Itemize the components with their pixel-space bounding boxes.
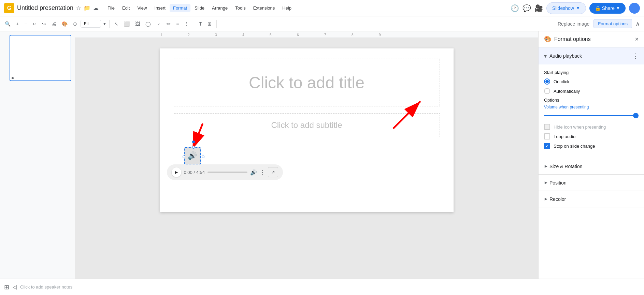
size-rotation-title: Size & Rotation <box>549 164 639 169</box>
print-button[interactable]: 🖨 <box>49 20 58 28</box>
audio-playback-body: Start playing On click Automatically Opt… <box>539 64 644 158</box>
size-rotation-header[interactable]: ▾ Size & Rotation <box>539 158 644 174</box>
move-to-folder-icon[interactable]: 📁 <box>84 5 90 11</box>
svg-text:7: 7 <box>324 33 326 37</box>
present-icon[interactable]: 🎥 <box>534 4 543 12</box>
insert-text-button[interactable]: T <box>197 20 204 28</box>
slide-thumbnail[interactable] <box>10 35 71 81</box>
menu-help[interactable]: Help <box>279 4 295 12</box>
pen-tool-button[interactable]: ✏ <box>164 20 173 28</box>
recolor-title: Recolor <box>549 196 639 202</box>
loop-audio-checkbox[interactable] <box>544 133 550 139</box>
redo-button[interactable]: ↪ <box>40 20 48 28</box>
doc-title[interactable]: Untitled presentation <box>17 4 73 12</box>
search-button[interactable]: 🔍 <box>3 20 13 28</box>
share-button[interactable]: 🔒 Share ▼ <box>589 3 626 14</box>
table-button[interactable]: ⊞ <box>205 20 214 28</box>
svg-text:3: 3 <box>215 33 217 37</box>
on-click-option[interactable]: On click <box>544 78 639 85</box>
lock-icon: 🔒 <box>595 5 601 11</box>
stop-on-change-option[interactable]: Stop on slide change <box>544 143 639 149</box>
zoom-in-button[interactable]: + <box>14 20 21 28</box>
menu-format[interactable]: Format <box>170 4 190 12</box>
panel-close-button[interactable]: × <box>635 36 639 43</box>
hide-icon-option[interactable]: Hide icon when presenting <box>544 124 639 130</box>
svg-text:9: 9 <box>379 33 381 37</box>
bottom-bar: ⊞ ◁ Click to add speaker notes <box>0 279 644 295</box>
audio-playback-header[interactable]: ▾ Audio playback ⋮ <box>539 47 644 64</box>
comment-icon[interactable]: 💬 <box>523 4 531 12</box>
menu-view[interactable]: View <box>134 4 150 12</box>
loop-audio-option[interactable]: Loop audio <box>544 133 639 139</box>
insert-image-button[interactable]: 🖼 <box>133 20 142 28</box>
zoom-out-button[interactable]: − <box>22 20 29 28</box>
automatically-radio[interactable] <box>544 88 550 94</box>
menu-bar: File Edit View Insert Format Slide Arran… <box>104 4 295 12</box>
menu-tools[interactable]: Tools <box>232 4 249 12</box>
resize-handle-left[interactable] <box>183 156 185 158</box>
slideshow-button[interactable]: Slideshow ▼ <box>546 2 586 14</box>
menu-extensions[interactable]: Extensions <box>250 4 278 12</box>
position-title: Position <box>549 180 639 186</box>
avatar[interactable] <box>629 3 640 14</box>
ruler-ticks: 1 2 3 4 5 6 7 8 9 <box>75 31 538 38</box>
toolbar-right: Replace image Format options ∧ <box>556 19 641 29</box>
volume-slider-container[interactable] <box>544 112 639 119</box>
canvas-area[interactable]: 1 2 3 4 5 6 7 8 9 Click to add title Cli… <box>75 31 538 279</box>
zoom-dropdown-icon[interactable]: ▼ <box>102 21 106 26</box>
format-options-button[interactable]: Format options <box>593 19 632 28</box>
more-options-button[interactable]: ⋮ <box>260 169 265 176</box>
menu-slide[interactable]: Slide <box>191 4 208 12</box>
menu-file[interactable]: File <box>104 4 118 12</box>
audio-playback-options-icon[interactable]: ⋮ <box>632 52 639 60</box>
play-button[interactable]: ▶ <box>172 167 181 177</box>
draw-line-button[interactable]: ⟋ <box>154 20 163 28</box>
external-link-button[interactable]: ↗ <box>268 167 278 177</box>
grid-view-button[interactable]: ⊞ <box>4 283 9 291</box>
menu-edit[interactable]: Edit <box>119 4 133 12</box>
stop-on-change-label: Stop on slide change <box>554 144 595 149</box>
volume-button[interactable]: 🔊 <box>250 169 257 176</box>
undo-button[interactable]: ↩ <box>30 20 39 28</box>
position-header[interactable]: ▾ Position <box>539 175 644 191</box>
select-shape-button[interactable]: ⬜ <box>122 20 132 28</box>
toolbar-divider-3 <box>216 20 217 28</box>
title-area: Untitled presentation ☆ 📁 ☁ <box>17 4 99 12</box>
recolor-header[interactable]: ▾ Recolor <box>539 191 644 207</box>
menu-arrange[interactable]: Arrange <box>209 4 231 12</box>
menu-insert[interactable]: Insert <box>151 4 169 12</box>
start-playing-label: Start playing <box>544 70 639 75</box>
more-align-button[interactable]: ⋮ <box>182 20 191 28</box>
stop-on-change-checkbox[interactable] <box>544 143 550 149</box>
replace-image-button[interactable]: Replace image <box>556 20 591 28</box>
rotation-handle[interactable] <box>192 141 195 143</box>
star-icon[interactable]: ☆ <box>76 5 81 11</box>
position-section: ▾ Position <box>539 175 644 191</box>
cloud-save-icon[interactable]: ☁ <box>93 5 99 11</box>
zoom-reset-button[interactable]: ⊙ <box>71 20 79 28</box>
resize-handle-right[interactable] <box>202 156 204 158</box>
history-icon[interactable]: 🕐 <box>511 4 519 12</box>
insert-shape-button[interactable]: ◯ <box>143 20 153 28</box>
loop-audio-label: Loop audio <box>554 134 575 139</box>
paint-format-button[interactable]: 🎨 <box>60 20 70 28</box>
right-panel: 🎨 Format options × ▾ Audio playback ⋮ St… <box>538 31 644 279</box>
speaker-notes[interactable]: Click to add speaker notes <box>20 284 640 290</box>
automatically-option[interactable]: Automatically <box>544 88 639 94</box>
audio-element[interactable]: 🔊 <box>184 147 203 166</box>
audio-icon-box[interactable]: 🔊 <box>184 147 201 164</box>
collapse-sidebar-button[interactable]: ◁ <box>13 284 17 290</box>
slide-canvas[interactable]: Click to add title Click to add subtitle <box>160 48 454 212</box>
hide-icon-checkbox[interactable] <box>544 124 550 130</box>
zoom-input[interactable] <box>81 20 101 28</box>
title-textbox[interactable]: Click to add title <box>174 59 440 106</box>
volume-slider-thumb[interactable] <box>633 113 639 118</box>
progress-bar[interactable] <box>207 172 247 173</box>
on-click-radio[interactable] <box>544 78 550 85</box>
toolbar-collapse-button[interactable]: ∧ <box>634 19 641 29</box>
text-align-button[interactable]: ≡ <box>174 20 181 28</box>
resize-handle-top[interactable] <box>192 146 195 149</box>
main-area: 1 1 2 3 4 5 6 7 8 9 <box>0 31 644 279</box>
subtitle-textbox[interactable]: Click to add subtitle <box>174 113 440 137</box>
select-tool-button[interactable]: ↖ <box>112 20 120 28</box>
